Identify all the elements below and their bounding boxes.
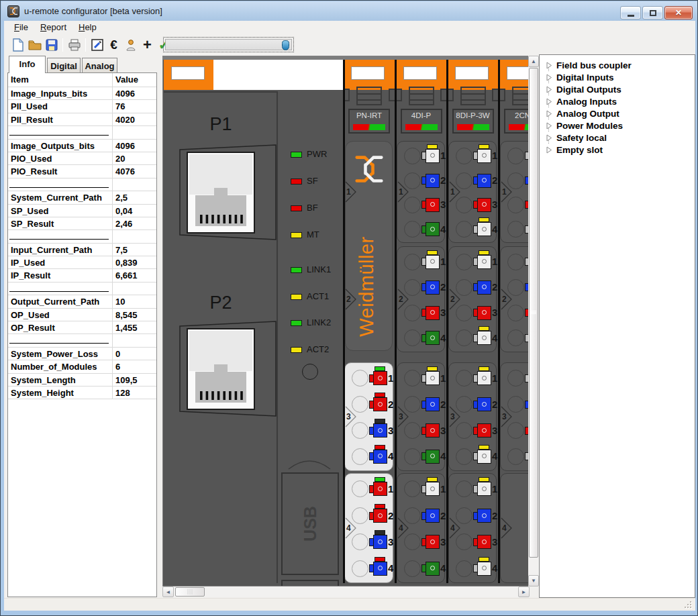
menu-help[interactable]: Help	[72, 21, 103, 34]
group-chevron: 1	[448, 181, 464, 203]
hscroll-thumb[interactable]	[175, 587, 205, 597]
restore-button[interactable]	[642, 6, 663, 19]
module-separator	[343, 59, 345, 583]
channel-led	[375, 419, 385, 423]
tree-item-digital-inputs[interactable]: Digital Inputs	[545, 71, 695, 83]
euro-button[interactable]: €	[105, 37, 122, 53]
usb-port: USB	[281, 472, 339, 575]
expand-arrow-icon[interactable]	[546, 122, 552, 130]
value-cell: 4096	[115, 89, 135, 99]
group-number: 3	[346, 412, 351, 421]
connector-socket-circle	[456, 480, 472, 497]
expand-arrow-icon[interactable]	[546, 134, 552, 142]
tree-item-safety-local[interactable]: Safety local	[545, 132, 695, 144]
toolbar: €+✓	[4, 35, 695, 54]
module-latch	[356, 87, 382, 105]
channel-number: 2	[388, 399, 393, 410]
expand-arrow-icon[interactable]	[546, 98, 552, 105]
channel-led	[427, 144, 438, 149]
module-4di-p[interactable]: 4DI-P 1 2 3 4 1 1 2 3 4 2 1 2 3 4 3	[396, 59, 446, 583]
tree-item-empty-slot[interactable]: Empty slot	[545, 144, 695, 156]
connector-plug	[373, 482, 387, 496]
menu-file[interactable]: File	[8, 21, 34, 34]
channel-number: 3	[388, 425, 393, 436]
connector-socket-circle	[404, 480, 421, 497]
channel-number: 4	[440, 562, 446, 574]
canvas-vscrollbar[interactable]: ▲ ▼	[528, 56, 539, 586]
tree-item-digital-outputs[interactable]: Digital Outputs	[545, 83, 695, 95]
connector-plug	[373, 397, 387, 411]
vscroll-thumb[interactable]	[529, 68, 538, 558]
canvas-hscrollbar[interactable]: ◄ ►	[162, 586, 530, 597]
led-act1	[291, 294, 302, 300]
title-bar[interactable]: u-remote configurator [beta version] ✕	[1, 1, 698, 21]
connector-socket-circle	[456, 148, 472, 164]
module-header	[448, 59, 498, 90]
expand-arrow-icon[interactable]	[546, 86, 552, 93]
menu-report[interactable]: Report	[34, 21, 72, 34]
item-cell: Output_Current_Path	[11, 297, 110, 307]
status-bar	[4, 598, 695, 611]
tree-item-power-modules[interactable]: Power Modules	[545, 119, 695, 132]
item-cell: System_Length	[11, 375, 110, 385]
menu-bar: File Report Help	[4, 21, 695, 35]
table-row: Output_Current_Path 10	[8, 295, 156, 308]
table-row: SP_Result 2,46	[8, 217, 156, 230]
module-name: 2CNT	[505, 111, 530, 119]
group-chevron: 1	[344, 181, 360, 203]
tab-info[interactable]: Info	[9, 56, 46, 73]
module-header	[396, 59, 446, 90]
tree-item-analog-output[interactable]: Analog Output	[545, 107, 695, 119]
connector-plug	[426, 222, 440, 236]
scroll-left-button[interactable]: ◄	[162, 586, 174, 597]
expand-arrow-icon[interactable]	[546, 110, 552, 117]
connector-socket-circle	[456, 560, 472, 577]
scroll-right-button[interactable]: ►	[518, 586, 530, 597]
save-button[interactable]	[43, 37, 60, 53]
edit-button[interactable]	[89, 37, 105, 53]
expand-arrow-icon[interactable]	[546, 74, 552, 81]
user-button[interactable]	[122, 37, 139, 53]
group-number: 1	[450, 187, 455, 197]
expand-arrow-icon[interactable]	[546, 146, 552, 154]
module-pn-irt[interactable]: PN-IRT Weidmüller 1 2 1 2 3 4 3 1 2 3	[344, 59, 395, 583]
scroll-up-button[interactable]: ▲	[528, 56, 539, 67]
expand-arrow-icon[interactable]	[546, 62, 552, 69]
resize-grip[interactable]	[683, 600, 691, 608]
tree-item-analog-inputs[interactable]: Analog Inputs	[545, 95, 695, 107]
tab-digital[interactable]: Digital	[47, 58, 81, 73]
minimize-button[interactable]	[620, 6, 641, 19]
connector-plug	[477, 562, 491, 576]
coupler-label-plate	[171, 66, 205, 80]
tab-analog[interactable]: Analog	[82, 58, 117, 73]
connector-socket-circle	[456, 254, 472, 270]
module-label-plate	[351, 66, 385, 80]
value-cell: 76	[115, 101, 125, 111]
channel-number: 4	[492, 450, 497, 462]
item-cell: OP_Result	[11, 323, 110, 333]
close-button[interactable]: ✕	[664, 6, 693, 19]
connector-plug	[426, 423, 440, 438]
connector-socket-circle	[507, 370, 524, 387]
group-number: 1	[502, 187, 507, 197]
add-button[interactable]: +	[139, 37, 156, 53]
station-canvas[interactable]: P1 P2 PWR SF BF MT LINK1 ACT1 LINK2 ACT2…	[162, 56, 530, 586]
module-8di-p-3w[interactable]: 8DI-P-3W 1 2 3 4 1 1 2 3 4 2 1 2 3 4 3	[448, 59, 498, 583]
scroll-down-button[interactable]: ▼	[528, 575, 539, 586]
tree-item-field-bus-coupler[interactable]: Field bus coupler	[545, 59, 695, 71]
item-cell: SP_Used	[11, 206, 110, 216]
port1-label: P1	[197, 114, 244, 135]
open-project-button[interactable]	[26, 37, 43, 53]
module-header	[499, 59, 530, 90]
channel-number: 3	[492, 199, 497, 210]
module-2cnt[interactable]: 2CNT 1 2 3 4 1 1 2 3 4 2 1 2 3 4 3	[499, 59, 530, 583]
print-button[interactable]	[66, 37, 83, 53]
service-button[interactable]	[302, 364, 318, 380]
channel-number: 2	[492, 281, 497, 293]
table-row: Image_Inputs_bits 4096	[8, 87, 156, 100]
coupler-base[interactable]: P1 P2 PWR SF BF MT LINK1 ACT1 LINK2 ACT2…	[164, 59, 343, 583]
connector-socket-circle	[456, 221, 472, 238]
validation-progress-field[interactable]	[163, 37, 294, 52]
value-cell: 6	[115, 362, 120, 372]
new-file-button[interactable]	[9, 37, 26, 53]
